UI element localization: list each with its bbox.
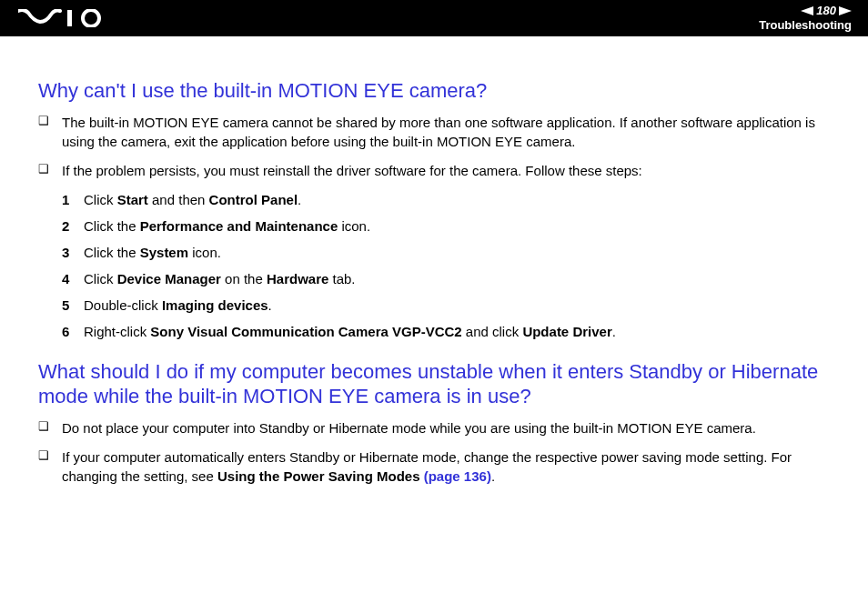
step-item: 4 Click Device Manager on the Hardware t… bbox=[62, 269, 830, 288]
bullet-marker-icon: ❑ bbox=[38, 161, 62, 178]
step-number: 5 bbox=[62, 296, 84, 315]
page-navigation: 180 bbox=[759, 5, 852, 17]
step-item: 1 Click Start and then Control Panel. bbox=[62, 190, 830, 209]
step-number: 3 bbox=[62, 243, 84, 262]
step-text: Right-click Sony Visual Communication Ca… bbox=[84, 322, 616, 341]
page-header: 180 Troubleshooting bbox=[0, 0, 868, 36]
step-number: 6 bbox=[62, 322, 84, 341]
header-right: 180 Troubleshooting bbox=[759, 5, 852, 32]
prev-page-arrow-icon[interactable] bbox=[801, 6, 813, 15]
list-item: ❑ If the problem persists, you must rein… bbox=[38, 161, 830, 181]
section-label: Troubleshooting bbox=[759, 19, 852, 32]
step-item: 5 Double-click Imaging devices. bbox=[62, 296, 830, 315]
bullet-list-1: ❑ The built-in MOTION EYE camera cannot … bbox=[38, 113, 830, 181]
next-page-arrow-icon[interactable] bbox=[839, 6, 852, 15]
step-text: Click Start and then Control Panel. bbox=[84, 190, 301, 209]
step-text: Click Device Manager on the Hardware tab… bbox=[84, 269, 356, 288]
step-item: 2 Click the Performance and Maintenance … bbox=[62, 216, 830, 236]
bullet-marker-icon: ❑ bbox=[38, 418, 62, 436]
step-text: Double-click Imaging devices. bbox=[84, 296, 272, 315]
svg-rect-0 bbox=[67, 10, 72, 26]
step-number: 4 bbox=[62, 269, 84, 288]
step-number: 2 bbox=[62, 216, 84, 236]
bullet-marker-icon: ❑ bbox=[38, 113, 62, 130]
list-item: ❑ Do not place your computer into Standb… bbox=[38, 418, 830, 438]
bullet-list-2: ❑ Do not place your computer into Standb… bbox=[38, 418, 830, 487]
bullet-text: If your computer automatically enters St… bbox=[62, 447, 830, 487]
vaio-logo bbox=[18, 9, 106, 27]
heading-standby-hibernate: What should I do if my computer becomes … bbox=[38, 359, 830, 409]
bullet-marker-icon: ❑ bbox=[38, 447, 62, 465]
svg-point-1 bbox=[83, 10, 99, 26]
bullet-text: If the problem persists, you must reinst… bbox=[62, 161, 642, 181]
bullet-text: Do not place your computer into Standby … bbox=[62, 418, 756, 438]
steps-list: 1 Click Start and then Control Panel. 2 … bbox=[62, 190, 830, 341]
step-item: 3 Click the System icon. bbox=[62, 243, 830, 262]
step-item: 6 Right-click Sony Visual Communication … bbox=[62, 322, 830, 341]
bullet-text: The built-in MOTION EYE camera cannot be… bbox=[62, 113, 830, 153]
page-content: Why can't I use the built-in MOTION EYE … bbox=[0, 36, 868, 514]
step-text: Click the System icon. bbox=[84, 243, 221, 262]
step-number: 1 bbox=[62, 190, 84, 209]
list-item: ❑ The built-in MOTION EYE camera cannot … bbox=[38, 113, 830, 153]
page-number: 180 bbox=[815, 5, 837, 17]
step-text: Click the Performance and Maintenance ic… bbox=[84, 216, 370, 236]
heading-motion-eye: Why can't I use the built-in MOTION EYE … bbox=[38, 78, 830, 104]
list-item: ❑ If your computer automatically enters … bbox=[38, 447, 830, 487]
page-link[interactable]: (page 136) bbox=[424, 468, 491, 484]
